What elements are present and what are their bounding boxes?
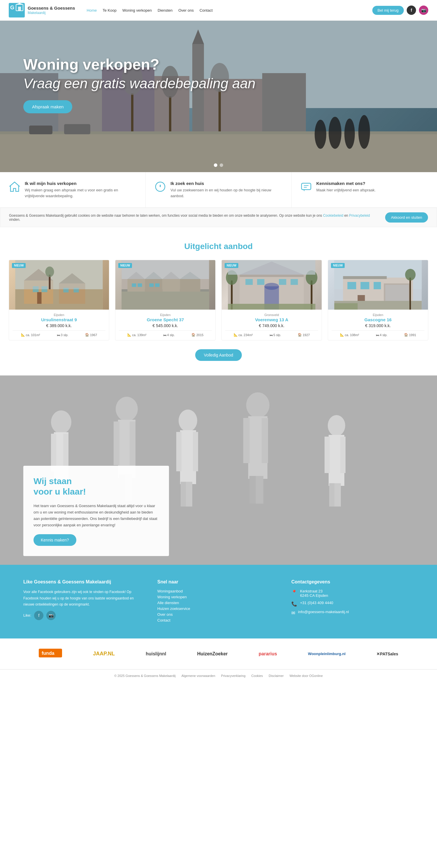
listing-price-4: € 319.000 k.k. xyxy=(332,323,425,328)
email-icon: ✉ xyxy=(291,610,295,616)
footer-link-contact[interactable]: Contact xyxy=(157,618,280,622)
footer-privacyverklaring[interactable]: Privacyverklaring xyxy=(221,674,246,678)
partner-huizenzoeker[interactable]: HuizenZoeker xyxy=(197,651,228,656)
privacybeleid-link[interactable]: Privacybeleid xyxy=(349,214,370,218)
partner-xpat[interactable]: ✕PATSales xyxy=(376,652,398,656)
footer-instagram-icon[interactable]: 📷 xyxy=(46,611,56,620)
copyright: © 2025 Goessens & Goessens Makelaardij xyxy=(114,674,176,678)
footer-cookies[interactable]: Cookies xyxy=(251,674,263,678)
svg-rect-120 xyxy=(256,476,263,504)
footer-facebook-icon[interactable]: f xyxy=(34,611,43,620)
cookie-banner: Goessens & Goessens Makelaardij gebruikt… xyxy=(0,208,437,227)
listing-meta-3: 📐 ca. 234m² 🛏 5 slp. 🏠 1927 xyxy=(225,330,318,337)
svg-rect-92 xyxy=(335,303,358,310)
team-heading: Wij staan voor u klaar! xyxy=(33,476,159,497)
feature-kennismaken[interactable]: Kennismaken met ons? Maak hier vrijblijv… xyxy=(292,172,437,207)
nav-contact[interactable]: Contact xyxy=(199,8,213,12)
footer-link-woningaanbod[interactable]: Woningaanbod xyxy=(157,589,280,593)
partners-section: funda JAAP.NL huislijnnl HuizenZoeker pa… xyxy=(0,639,437,669)
dot-1[interactable] xyxy=(214,163,217,167)
listing-city-3: Gronsveld xyxy=(225,313,318,317)
footer-main: Like Goessens & Goessens Makelaardij Voo… xyxy=(0,565,437,639)
listing-card-1[interactable]: NIEUW Eijsden Ursulinenstraat 9 € 389.00… xyxy=(9,260,109,341)
afspraak-button[interactable]: Afspraak maken xyxy=(23,100,72,113)
svg-point-97 xyxy=(51,410,71,434)
svg-rect-105 xyxy=(114,422,120,465)
svg-point-94 xyxy=(405,269,416,280)
footer-algemene-voorwaarden[interactable]: Algemene voorwaarden xyxy=(182,674,215,678)
partner-jaap[interactable]: JAAP.NL xyxy=(93,651,115,657)
footer-link-over-ons[interactable]: Over ons xyxy=(157,612,280,617)
listing-card-2[interactable]: NIEUW Eijsden Groene Specht 37 € 545.000… xyxy=(115,260,216,341)
nav-te-koop[interactable]: Te Koop xyxy=(102,8,117,12)
hero-dots xyxy=(214,163,223,167)
partner-woonplein[interactable]: Woonpleinlimburg.nl xyxy=(308,652,345,656)
listing-year-2: 🏠 2015 xyxy=(191,333,204,337)
instagram-icon[interactable]: 📷 xyxy=(419,5,428,15)
listing-name-2: Groene Specht 37 xyxy=(119,317,212,322)
footer-link-zoekservice[interactable]: Huizen zoekservice xyxy=(157,607,280,611)
listing-year-3: 🏠 1927 xyxy=(298,333,310,337)
footer-phone: 📞 +31 (0)43 409 4440 xyxy=(291,600,414,607)
listing-meta-4: 📐 ca. 108m² 🛏 4 slp. 🏠 1991 xyxy=(332,330,425,337)
svg-rect-45 xyxy=(15,260,103,289)
listing-body-1: Eijsden Ursulinenstraat 9 € 389.000 k.k.… xyxy=(9,310,109,340)
listings-grid: NIEUW Eijsden Ursulinenstraat 9 € 389.00… xyxy=(9,260,428,341)
call-button[interactable]: Bel mij terug xyxy=(372,6,404,15)
uitgelicht-section: Uitgelicht aanbod xyxy=(0,227,437,375)
partner-huislijn[interactable]: huislijnnl xyxy=(146,651,166,656)
listing-year-1: 🏠 1967 xyxy=(85,333,97,337)
logo-area: G Goessens & Goessens Makelaardij xyxy=(9,3,75,18)
team-section: Wij staan voor u klaar! Het team van Goe… xyxy=(0,375,437,565)
svg-rect-84 xyxy=(343,276,387,279)
listing-img-1: NIEUW xyxy=(9,260,109,310)
header: G Goessens & Goessens Makelaardij Home T… xyxy=(0,0,437,21)
feature-kopen[interactable]: Ik zoek een huis Vul uw zoekwensen in en… xyxy=(146,172,291,207)
phone-icon: 📞 xyxy=(291,601,297,607)
footer-link-diensten[interactable]: Alle diensten xyxy=(157,600,280,605)
logo-subtitle: Makelaardij xyxy=(28,11,75,15)
volledig-aanbod-button[interactable]: Volledig Aanbod xyxy=(195,349,242,361)
svg-point-103 xyxy=(116,397,138,421)
svg-rect-126 xyxy=(335,483,341,506)
feature-kopen-desc: Vul uw zoekwensen in en wij houden op de… xyxy=(170,187,282,199)
svg-marker-28 xyxy=(10,182,19,191)
svg-rect-40 xyxy=(37,292,42,304)
listing-rooms-2: 🛏 4 slp. xyxy=(163,333,175,337)
footer-link-woning-verkopen[interactable]: Woning verkopen xyxy=(157,595,280,599)
cookiebeleid-link[interactable]: Cookiebeleid xyxy=(323,214,343,218)
nav-home[interactable]: Home xyxy=(87,8,97,12)
kennis-maken-button[interactable]: Kennis maken? xyxy=(33,534,76,546)
feature-verkopen[interactable]: Ik wil mijn huis verkopen Wij maken graa… xyxy=(0,172,146,207)
listing-card-3[interactable]: NIEUW Gronsveld Voerenweg 13 A € 749.000… xyxy=(221,260,322,341)
cookie-accept-button[interactable]: Akkoord en sluiten xyxy=(385,212,428,222)
footer-col-social: Like Goessens & Goessens Makelaardij Voo… xyxy=(23,579,146,624)
feature-verkopen-text: Ik wil mijn huis verkopen Wij maken graa… xyxy=(25,181,137,199)
svg-rect-62 xyxy=(155,283,160,287)
footer-ogonline[interactable]: Website door OGonline xyxy=(289,674,323,678)
like-label: Like: xyxy=(23,613,31,618)
nav-over-ons[interactable]: Over ons xyxy=(178,8,194,12)
listing-badge-1: NIEUW xyxy=(12,263,26,268)
company-name: Goessens & Goessens xyxy=(28,5,75,11)
partner-funda[interactable]: funda xyxy=(39,649,62,659)
listing-card-4[interactable]: NIEUW Eijsden Gascogne 16 € 319.000 k.k.… xyxy=(328,260,428,341)
svg-rect-70 xyxy=(246,279,253,285)
footer-nav-title: Snel naar xyxy=(157,579,280,585)
nav-right: Bel mij terug f 📷 xyxy=(372,5,428,15)
house-sell-icon xyxy=(9,181,21,195)
svg-rect-106 xyxy=(130,422,135,465)
svg-rect-73 xyxy=(291,279,298,285)
listing-meta-1: 📐 ca. 101m² 🛏 3 slp. 🏠 1967 xyxy=(12,330,105,337)
partner-pararius[interactable]: pararius xyxy=(259,651,277,656)
svg-rect-123 xyxy=(324,437,330,473)
svg-rect-93 xyxy=(410,278,411,310)
dot-2[interactable] xyxy=(220,163,223,167)
footer-disclaimer[interactable]: Disclaimer xyxy=(269,674,283,678)
facebook-icon[interactable]: f xyxy=(407,5,416,15)
nav-diensten[interactable]: Diensten xyxy=(158,8,173,12)
svg-rect-72 xyxy=(279,279,286,285)
nav-woning-verkopen[interactable]: Woning verkopen xyxy=(122,8,152,12)
svg-rect-64 xyxy=(122,260,209,279)
listing-city-1: Eijsden xyxy=(12,313,105,317)
